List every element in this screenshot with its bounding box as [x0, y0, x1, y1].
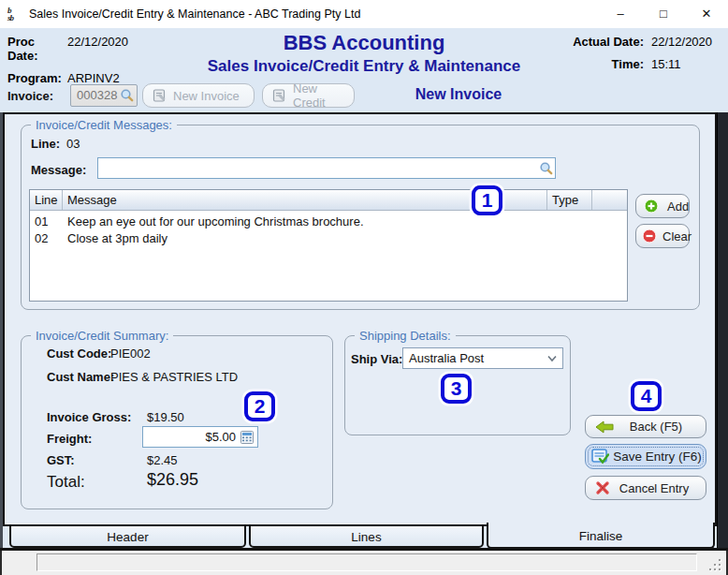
shipping-legend: Shipping Details: — [355, 329, 456, 343]
app-logo-icon: bsb — [7, 7, 23, 22]
back-label: Back (F5) — [614, 420, 706, 434]
new-credit-icon — [272, 88, 287, 103]
resize-grip-icon[interactable] — [707, 558, 721, 570]
gst-label: GST: — [47, 453, 75, 467]
table-row[interactable]: 02 Close at 3pm daily — [30, 230, 627, 247]
messages-table-header: Line Message Type — [30, 190, 627, 211]
calculator-icon[interactable] — [240, 430, 255, 445]
header-band: Proc Date: 22/12/2020 Program: ARPINV2 B… — [0, 28, 728, 112]
cancel-entry-button[interactable]: Cancel Entry — [585, 476, 706, 500]
tab-finalise[interactable]: Finalise — [487, 523, 715, 549]
row-line: 01 — [30, 214, 63, 230]
freight-label: Freight: — [47, 432, 92, 446]
title-bar: bsb Sales Invoice/Credit Entry & Mainten… — [0, 0, 728, 28]
freight-value: $5.00 — [205, 430, 236, 444]
close-button[interactable]: ✕ — [685, 0, 728, 28]
new-invoice-icon — [153, 88, 167, 103]
invoice-gross-value: $19.50 — [147, 410, 184, 424]
cancel-label: Cancel Entry — [610, 481, 706, 495]
add-label: Add — [667, 199, 689, 214]
minimize-button[interactable]: – — [599, 0, 642, 28]
invoice-gross-label: Invoice Gross: — [47, 410, 131, 424]
tab-header[interactable]: Header — [9, 524, 246, 548]
messages-legend: Invoice/Credit Messages: — [31, 118, 177, 132]
new-invoice-label: New Invoice — [173, 89, 240, 103]
annotation-badge-2: 2 — [244, 391, 275, 421]
window-right-edge — [717, 112, 728, 551]
col-type: Type — [547, 190, 592, 210]
back-button[interactable]: Back (F5) — [585, 415, 706, 438]
save-icon — [591, 449, 609, 464]
clear-button[interactable]: Clear — [635, 224, 690, 248]
new-credit-button[interactable]: New Credit — [262, 83, 355, 108]
status-panel — [36, 553, 697, 571]
cust-code-value: PIE002 — [110, 346, 151, 361]
save-entry-button[interactable]: Save Entry (F6) — [585, 444, 706, 469]
row-type — [547, 214, 592, 230]
maximize-button[interactable]: □ — [642, 0, 685, 28]
line-label: Line: — [31, 137, 60, 151]
summary-legend: Invoice/Credit Summary: — [31, 329, 173, 343]
cust-name-label: Cust Name: — [47, 370, 114, 384]
search-icon[interactable] — [120, 88, 135, 103]
col-line: Line — [30, 190, 63, 210]
annotation-badge-3: 3 — [441, 374, 472, 404]
messages-table[interactable]: Line Message Type 01 Keep an eye out for… — [29, 189, 628, 302]
col-spacer — [592, 190, 627, 210]
messages-groupbox: Invoice/Credit Messages: Line: 03 Messag… — [21, 125, 700, 310]
plus-icon — [644, 199, 659, 214]
message-label: Message: — [31, 163, 86, 177]
invoice-label: Invoice: — [7, 89, 53, 103]
row-spacer — [592, 230, 627, 247]
status-bar — [0, 551, 728, 575]
row-message: Keep an eye out for our upcoming Christm… — [63, 214, 547, 230]
annotation-badge-1: 1 — [472, 185, 502, 215]
new-credit-label: New Credit — [293, 81, 344, 110]
annotation-badge-4: 4 — [631, 381, 662, 411]
tab-lines[interactable]: Lines — [249, 524, 484, 548]
row-line: 02 — [30, 230, 63, 247]
ship-via-value: Australia Post — [409, 351, 484, 365]
ship-via-label: Ship Via: — [351, 352, 402, 366]
row-type — [547, 230, 592, 247]
clear-label: Clear — [662, 229, 692, 243]
back-arrow-icon — [595, 420, 614, 434]
minus-icon — [642, 229, 657, 243]
search-icon[interactable] — [539, 161, 554, 176]
add-button[interactable]: Add — [635, 194, 690, 218]
row-spacer — [592, 214, 627, 230]
invoice-number-field[interactable]: 000328 — [70, 84, 138, 107]
mode-title: New Invoice — [365, 86, 552, 103]
total-value: $26.95 — [147, 470, 198, 490]
message-input[interactable] — [97, 157, 556, 179]
table-row[interactable]: 01 Keep an eye out for our upcoming Chri… — [30, 214, 627, 230]
invoice-number-value: 000328 — [77, 88, 117, 102]
actual-date-label: Actual Date: — [573, 35, 644, 49]
new-invoice-button[interactable]: New Invoice — [142, 83, 255, 108]
save-label: Save Entry (F6) — [609, 450, 706, 464]
freight-input[interactable]: $5.00 — [142, 426, 258, 448]
app-window: bsb Sales Invoice/Credit Entry & Mainten… — [0, 0, 728, 575]
line-value: 03 — [66, 137, 80, 151]
time-label: Time: — [573, 57, 644, 71]
row-message: Close at 3pm daily — [63, 230, 547, 247]
window-title: Sales Invoice/Credit Entry & Maintenance… — [29, 0, 360, 28]
cancel-x-icon — [595, 480, 610, 495]
time-value: 15:11 — [651, 57, 721, 71]
actual-date-value: 22/12/2020 — [651, 35, 721, 49]
cust-code-label: Cust Code: — [47, 346, 111, 361]
chevron-down-icon — [547, 355, 557, 362]
cust-name-value: PIES & PASTRIES LTD — [110, 370, 238, 384]
gst-value: $2.45 — [147, 453, 178, 467]
ship-via-select[interactable]: Australia Post — [402, 347, 563, 369]
total-label: Total: — [47, 473, 85, 492]
